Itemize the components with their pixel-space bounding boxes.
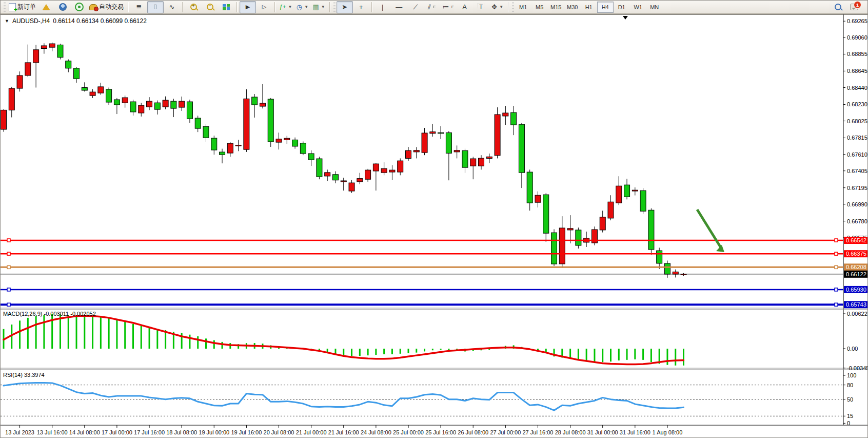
- zoom-in-button[interactable]: +: [185, 1, 202, 13]
- timeframe-m1[interactable]: M1: [515, 2, 531, 13]
- trendline-button[interactable]: ⟋: [407, 1, 424, 13]
- text-label-icon: T: [478, 4, 484, 10]
- separator: [371, 2, 372, 12]
- level-handle[interactable]: [835, 239, 838, 242]
- level-handle[interactable]: [835, 265, 838, 269]
- level-handle[interactable]: [7, 239, 10, 242]
- chevron-down-icon: ▼: [288, 5, 292, 9]
- notifications-button[interactable]: 1: [846, 1, 862, 13]
- timeframe-w1[interactable]: W1: [630, 2, 646, 13]
- timeframe-h1[interactable]: H1: [581, 2, 597, 13]
- candle-up: [41, 46, 47, 48]
- price-axis-label: 0.67610: [847, 151, 867, 158]
- chart-shift-button[interactable]: ▷: [256, 1, 272, 13]
- signal-button[interactable]: [71, 1, 87, 13]
- new-order-button[interactable]: 新订单: [7, 1, 38, 13]
- periods-button[interactable]: ◷▼: [294, 1, 310, 13]
- templates-button[interactable]: ▦▼: [310, 1, 327, 13]
- vertical-line-button[interactable]: |: [374, 1, 391, 13]
- fibonacci-button[interactable]: ≔F: [440, 1, 457, 13]
- community-button[interactable]: [54, 1, 71, 13]
- search-icon: [835, 4, 841, 10]
- candle-up: [1, 110, 7, 129]
- candle-down: [106, 89, 112, 102]
- channel-button[interactable]: ⫽E: [424, 1, 440, 13]
- search-button[interactable]: [830, 1, 846, 13]
- level-handle[interactable]: [835, 252, 838, 255]
- timeframe-d1[interactable]: D1: [614, 2, 630, 13]
- timeframe-mn[interactable]: MN: [646, 2, 663, 13]
- separator: [508, 2, 509, 12]
- chat-bubble-icon: 1: [850, 4, 858, 10]
- tile-windows-button[interactable]: [218, 1, 234, 13]
- level-handle[interactable]: [7, 288, 10, 291]
- time-axis-label: 25 Jul 16:00: [425, 429, 456, 435]
- level-price-label: 0.65930: [846, 287, 866, 293]
- candle-up: [49, 44, 55, 47]
- candle-up: [235, 145, 241, 146]
- toolbar-drag-handle[interactable]: [333, 2, 336, 12]
- crosshair-button[interactable]: +: [353, 1, 369, 13]
- toolbar: 新订单 自动交易 ≣ ⌷ ∿ + − ▶ ▷ ƒ+▼ ◷▼ ▦▼ ➤ + | —…: [1, 1, 868, 14]
- text-label-button[interactable]: T: [473, 1, 489, 13]
- time-axis-label: 25 Jul 00:00: [393, 429, 424, 435]
- horizontal-line-button[interactable]: —: [391, 1, 407, 13]
- person-icon: [59, 3, 67, 11]
- timeframe-m15[interactable]: M15: [548, 2, 564, 13]
- candlestick-button[interactable]: ⌷: [147, 1, 164, 13]
- toolbar-drag-handle[interactable]: [512, 2, 514, 12]
- text-button[interactable]: A: [457, 1, 473, 13]
- level-handle[interactable]: [7, 303, 10, 306]
- candle-down: [664, 263, 670, 274]
- candle-down: [252, 97, 258, 105]
- candle-up: [179, 101, 185, 107]
- candle-up: [406, 150, 411, 158]
- candle-down: [203, 126, 209, 138]
- rsi-axis-label: 15: [847, 413, 853, 419]
- rsi-axis-label: 80: [847, 382, 853, 388]
- time-axis-label: 18 Jul 08:00: [166, 429, 197, 435]
- market-watch-button[interactable]: [38, 1, 54, 13]
- time-axis-label: 17 Jul 16:00: [134, 429, 165, 435]
- candle-up: [260, 103, 265, 106]
- auto-scroll-button[interactable]: ▶: [240, 1, 256, 13]
- indicators-button[interactable]: ƒ+▼: [278, 1, 294, 13]
- autotrade-button[interactable]: 自动交易: [87, 1, 126, 13]
- mt4-window: 新订单 自动交易 ≣ ⌷ ∿ + − ▶ ▷ ƒ+▼ ◷▼ ▦▼ ➤ + | —…: [0, 0, 868, 438]
- zoom-out-button[interactable]: −: [202, 1, 218, 13]
- candle-up: [381, 168, 387, 173]
- tile-windows-icon: [223, 4, 230, 10]
- notification-badge: 1: [854, 1, 861, 9]
- candle-up: [227, 143, 233, 153]
- candle-down: [74, 68, 80, 79]
- candle-up: [98, 87, 104, 93]
- level-handle[interactable]: [7, 252, 10, 255]
- timeframe-m30[interactable]: M30: [564, 2, 581, 13]
- level-handle[interactable]: [835, 288, 838, 291]
- candle-up: [9, 88, 14, 110]
- candle-down: [268, 99, 273, 142]
- level-price-label: 0.66375: [846, 251, 866, 257]
- bar-chart-button[interactable]: ≣: [131, 1, 147, 13]
- candle-down: [57, 45, 63, 57]
- arrows-button[interactable]: ✥▼: [489, 1, 506, 13]
- chart-window[interactable]: 0.692650.690600.688550.686450.684400.682…: [1, 14, 868, 438]
- cursor-button[interactable]: ➤: [337, 1, 353, 13]
- fibonacci-icon: ≔: [443, 4, 449, 10]
- level-handle[interactable]: [7, 265, 10, 269]
- separator: [274, 2, 275, 12]
- timeframe-h4[interactable]: H4: [597, 2, 614, 13]
- time-axis-label: 17 Jul 00:00: [102, 429, 132, 435]
- chart-canvas[interactable]: 0.692650.690600.688550.686450.684400.682…: [1, 14, 868, 438]
- equidistant-channel-icon: ⫽: [428, 4, 431, 10]
- time-axis-label: 27 Jul 16:00: [523, 429, 554, 435]
- symbol-dropdown-icon[interactable]: ▼: [5, 18, 9, 24]
- chart-title: ▼ AUDUSD-,H4 0.66114 0.66134 0.66099 0.6…: [5, 17, 147, 25]
- candle-up: [25, 63, 31, 75]
- level-handle[interactable]: [835, 303, 838, 306]
- toolbar-drag-handle[interactable]: [4, 2, 6, 12]
- timeframe-m5[interactable]: M5: [531, 2, 548, 13]
- line-chart-button[interactable]: ∿: [164, 1, 180, 13]
- candle-down: [438, 132, 444, 134]
- price-axis-label: 0.67195: [847, 185, 867, 191]
